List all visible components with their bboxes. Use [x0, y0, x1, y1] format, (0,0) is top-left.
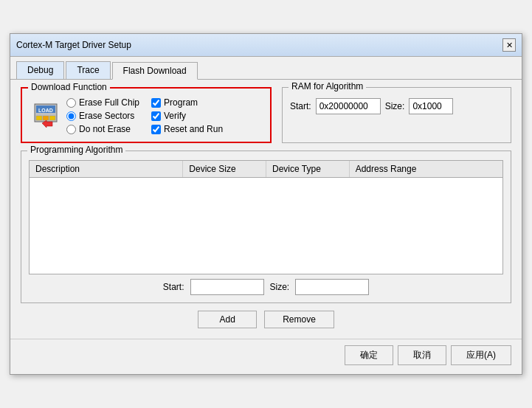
tab-debug[interactable]: Debug [16, 61, 64, 79]
table-body [30, 178, 502, 274]
col-description: Description [30, 161, 183, 177]
algo-size-label: Size: [270, 282, 290, 292]
tab-trace[interactable]: Trace [66, 61, 110, 79]
erase-sectors-radio[interactable] [66, 111, 76, 121]
verify-label: Verify [164, 111, 186, 121]
reset-and-run-label: Reset and Run [164, 124, 223, 134]
ram-row: Start: Size: [290, 98, 503, 114]
close-button[interactable]: ✕ [502, 38, 516, 52]
algo-start-label: Start: [163, 282, 184, 292]
ok-button[interactable]: 确定 [345, 345, 393, 365]
ram-algorithm-label: RAM for Algorithm [289, 81, 366, 91]
svg-rect-4 [43, 116, 49, 120]
do-not-erase-radio[interactable] [66, 125, 76, 134]
apply-button[interactable]: 应用(A) [451, 345, 511, 365]
erase-full-chip-radio[interactable] [66, 98, 76, 108]
bottom-bar: 确定 取消 应用(A) [10, 339, 522, 374]
table-header: Description Device Size Device Type Addr… [30, 161, 502, 178]
main-window: Cortex-M Target Driver Setup ✕ Debug Tra… [10, 33, 522, 375]
do-not-erase-label: Do not Erase [79, 124, 131, 134]
col-device-size: Device Size [183, 161, 266, 177]
tab-content: Download Function LOAD [10, 80, 522, 336]
erase-sectors-option[interactable]: Erase Sectors [66, 111, 139, 121]
algo-size-input[interactable] [295, 279, 369, 295]
program-option[interactable]: Program [151, 97, 223, 108]
algo-start-size-row: Start: Size: [29, 279, 503, 295]
svg-text:LOAD: LOAD [38, 108, 53, 113]
titlebar: Cortex-M Target Driver Setup ✕ [10, 34, 522, 57]
algo-start-input[interactable] [190, 279, 264, 295]
do-not-erase-option[interactable]: Do not Erase [66, 124, 139, 134]
erase-options: Erase Full Chip Erase Sectors Do not Era… [66, 97, 139, 134]
tab-flash-download[interactable]: Flash Download [112, 62, 198, 80]
tab-bar: Debug Trace Flash Download [10, 57, 522, 80]
svg-rect-3 [36, 116, 42, 120]
verify-checkbox[interactable] [151, 111, 161, 121]
add-remove-row: Add Remove [21, 311, 511, 328]
program-options: Program Verify Reset and Run [151, 97, 223, 134]
algorithm-table: Description Device Size Device Type Addr… [29, 160, 503, 274]
ram-algorithm-group: RAM for Algorithm Start: Size: [282, 87, 511, 143]
program-label: Program [164, 97, 198, 108]
start-label: Start: [290, 101, 311, 111]
col-address-range: Address Range [350, 161, 502, 177]
program-checkbox[interactable] [151, 98, 161, 108]
verify-option[interactable]: Verify [151, 111, 223, 121]
ram-start-input[interactable] [316, 98, 381, 114]
programming-algorithm-group: Programming Algorithm Description Device… [21, 151, 511, 303]
remove-button[interactable]: Remove [264, 311, 334, 328]
add-button[interactable]: Add [198, 311, 257, 328]
download-function-label: Download Function [28, 82, 110, 92]
erase-full-chip-label: Erase Full Chip [79, 97, 139, 108]
ram-size-input[interactable] [409, 98, 453, 114]
download-function-group: Download Function LOAD [21, 87, 272, 143]
reset-and-run-checkbox[interactable] [151, 125, 161, 134]
reset-and-run-option[interactable]: Reset and Run [151, 124, 223, 134]
size-label: Size: [385, 101, 405, 111]
svg-rect-5 [49, 116, 55, 120]
col-device-type: Device Type [266, 161, 350, 177]
load-icon: LOAD [30, 97, 62, 133]
cancel-button[interactable]: 取消 [398, 345, 446, 365]
erase-full-chip-option[interactable]: Erase Full Chip [66, 97, 139, 108]
programming-algorithm-label: Programming Algorithm [27, 145, 125, 155]
download-function-inner: LOAD Erase Full Chip [30, 94, 263, 134]
erase-sectors-label: Erase Sectors [79, 111, 134, 121]
top-row: Download Function LOAD [21, 87, 511, 151]
window-title: Cortex-M Target Driver Setup [16, 40, 131, 50]
